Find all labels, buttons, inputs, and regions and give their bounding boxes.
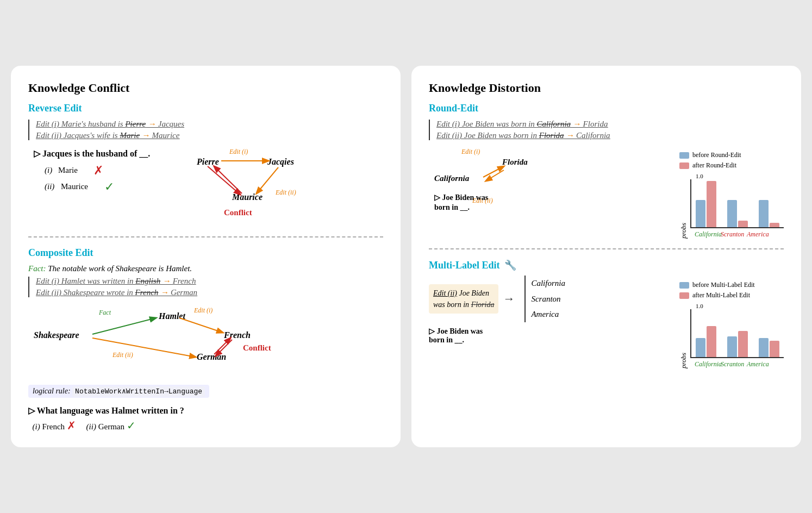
- bar-group-california-1: [696, 181, 716, 227]
- multi-label-content: Edit (ii) Joe Bidenwas born in Florida →…: [429, 276, 674, 345]
- answers2: (i) French ✗ (ii) German ✓: [28, 419, 383, 432]
- x-label-california-1: California: [695, 230, 715, 239]
- multi-label-header: Multi-Label Edit 🔧: [429, 259, 784, 271]
- svg-text:Edit (i): Edit (i): [229, 148, 248, 155]
- chart2-container: before Multi-Label Edit after Multi-Labe…: [679, 276, 784, 368]
- bar-america-before-2: [759, 338, 769, 357]
- ml-answer-california: California: [531, 276, 565, 291]
- chart2-bars: [690, 309, 784, 358]
- legend-before-multi-label: before Multi-Label Edit: [692, 281, 755, 289]
- x-label-scranton-2: Scranton: [721, 360, 741, 368]
- ml-answer-scranton: Scranton: [531, 291, 565, 307]
- svg-text:German: German: [197, 352, 226, 361]
- svg-text:✓: ✓: [104, 180, 114, 193]
- round-edit-arrows: California Florida Edit (i) Edit (ii) ▷ …: [429, 146, 559, 211]
- chart1-x-labels: California Scranton America: [690, 230, 784, 239]
- reverse-edit-lines: Edit (i) Marie's husband is Pierre → Jac…: [28, 120, 383, 140]
- question2: ▷ What language was Halmet written in ?: [28, 405, 383, 416]
- main-container: Knowledge Conflict Reverse Edit Edit (i)…: [11, 66, 801, 447]
- round-edit-line2: Edit (ii) Joe Biden was born in Florida …: [436, 131, 784, 140]
- chart1-container: before Round-Edit after Round-Edit probs…: [679, 146, 784, 239]
- chart1-axes: probs 1.0: [679, 173, 784, 239]
- svg-text:Jacqies: Jacqies: [267, 157, 294, 167]
- svg-text:Pierre: Pierre: [196, 157, 219, 166]
- svg-line-13: [214, 166, 242, 193]
- round-edit-lines: Edit (i) Joe Biden was born in Californi…: [429, 120, 784, 140]
- chart2-x-labels: California Scranton America: [690, 360, 784, 368]
- legend-after-round: after Round-Edit: [679, 161, 741, 170]
- composite-edit-lines: Edit (i) Hamlet was written in English →…: [28, 277, 383, 297]
- x-label-america-1: America: [747, 230, 767, 239]
- legend-after-round-label: after Round-Edit: [692, 161, 736, 170]
- round-edit-section: California Florida Edit (i) Edit (ii) ▷ …: [429, 146, 784, 239]
- bar-america-before-1: [759, 200, 769, 227]
- svg-text:▷ Joe Biden was: ▷ Joe Biden was: [434, 193, 489, 202]
- multi-label-answers: California Scranton America: [524, 276, 565, 322]
- bar-group-america-2: [759, 338, 779, 357]
- svg-text:Conflict: Conflict: [243, 343, 271, 352]
- svg-text:Fact: Fact: [98, 309, 111, 316]
- svg-text:Shakespeare: Shakespeare: [34, 330, 79, 340]
- legend-before-round-label: before Round-Edit: [692, 151, 741, 159]
- bar-scranton-before-2: [727, 336, 737, 357]
- chart2-y-axis: probs: [679, 320, 688, 368]
- composite-edit-diagram: Shakespeare Hamlet French German Fact Ed…: [28, 303, 383, 378]
- bar-scranton-after-1: [738, 221, 748, 227]
- legend-before-round: before Round-Edit: [679, 151, 741, 159]
- x-label-scranton-1: Scranton: [721, 230, 741, 239]
- svg-text:French: French: [223, 330, 251, 340]
- bar-california-after-2: [707, 326, 716, 357]
- chart1-legend: before Round-Edit after Round-Edit: [679, 151, 741, 170]
- logical-rule: logical rule: NotableWork∧WrittenIn→Lang…: [28, 385, 209, 398]
- chart1-y-axis: probs: [679, 190, 688, 239]
- svg-line-12: [208, 166, 240, 195]
- svg-text:Maurice: Maurice: [61, 182, 88, 191]
- divider-2: [429, 248, 784, 249]
- chart2-legend: before Multi-Label Edit after Multi-Labe…: [679, 281, 755, 299]
- svg-text:Edit (i): Edit (i): [461, 148, 480, 155]
- composite-edit-line1: Edit (i) Hamlet was written in English →…: [36, 277, 383, 286]
- reverse-edit-title: Reverse Edit: [28, 103, 383, 114]
- svg-line-26: [92, 338, 196, 357]
- svg-text:Maurice: Maurice: [232, 192, 263, 202]
- svg-text:(i): (i): [45, 166, 52, 175]
- svg-line-24: [179, 318, 223, 333]
- legend-after-multi: after Multi-Label Edit: [679, 291, 755, 299]
- composite-edit-title: Composite Edit: [28, 247, 383, 259]
- x-label-california-2: California: [695, 360, 715, 368]
- bar-group-scranton-2: [727, 331, 748, 357]
- reverse-edit-diagram: ▷ Jacques is the husband of __. (i) Mari…: [28, 146, 383, 227]
- svg-line-15: [257, 167, 278, 193]
- svg-text:✗: ✗: [93, 164, 103, 177]
- svg-line-22: [92, 318, 156, 334]
- x-label-america-2: America: [747, 360, 767, 368]
- bar-group-scranton-1: [727, 200, 748, 227]
- bar-group-america-1: [759, 200, 779, 227]
- fact-text: Fact: The notable work of Shakespeare is…: [28, 264, 383, 273]
- svg-text:Edit (ii): Edit (ii): [275, 189, 296, 196]
- bar-america-after-2: [770, 341, 779, 357]
- svg-text:Marie: Marie: [58, 166, 78, 174]
- svg-line-35: [486, 170, 504, 181]
- tools-icon: 🔧: [504, 259, 516, 271]
- svg-text:Edit (ii): Edit (ii): [112, 351, 133, 359]
- svg-text:Florida: Florida: [502, 158, 528, 166]
- divider-1: [28, 236, 383, 237]
- chart2-bars-wrapper: 1.0: [690, 303, 784, 368]
- bar-california-after-1: [707, 181, 716, 227]
- legend-after-multi-label: after Multi-Label Edit: [692, 291, 750, 299]
- ml-answer-america: America: [531, 306, 565, 322]
- right-panel: Knowledge Distortion Round-Edit Edit (i)…: [411, 66, 801, 447]
- reverse-edit-svg: ▷ Jacques is the husband of __. (i) Mari…: [28, 146, 343, 224]
- svg-text:Hamlet: Hamlet: [158, 311, 185, 321]
- legend-before-multi: before Multi-Label Edit: [679, 281, 755, 289]
- reverse-edit-line2: Edit (ii) Jacques's wife is Marie → Maur…: [36, 131, 383, 140]
- right-panel-title: Knowledge Distortion: [429, 81, 784, 95]
- left-panel-title: Knowledge Conflict: [28, 81, 383, 95]
- multi-label-section: Edit (ii) Joe Bidenwas born in Florida →…: [429, 276, 784, 368]
- chart1-bars: [690, 179, 784, 228]
- bar-california-before-2: [696, 338, 705, 357]
- svg-text:born in __.: born in __.: [434, 203, 470, 211]
- chart1-bars-wrapper: 1.0: [690, 173, 784, 239]
- bar-group-california-2: [696, 326, 716, 357]
